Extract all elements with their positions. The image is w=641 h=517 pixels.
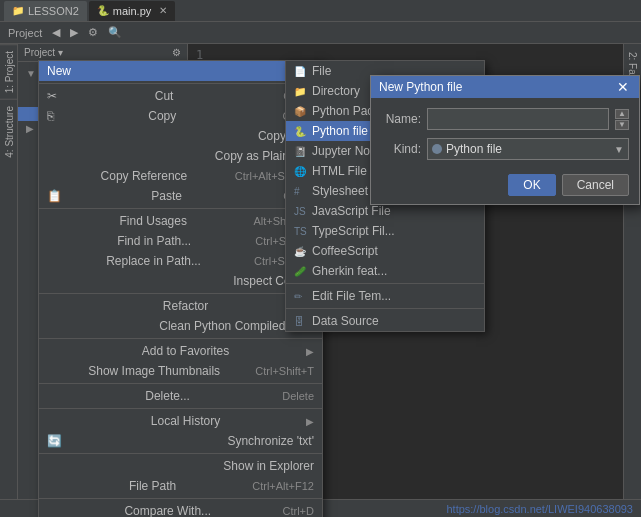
menu-item-find-usages[interactable]: Find Usages Alt+Shift+F7 bbox=[39, 211, 322, 231]
mainpy-file-icon: 🐍 bbox=[97, 5, 109, 16]
arrow-icon: ▼ bbox=[26, 68, 36, 79]
menu-item-label: Delete... bbox=[145, 389, 190, 403]
coffee-icon: ☕ bbox=[294, 246, 308, 257]
menu-separator bbox=[39, 83, 322, 84]
toolbar-back[interactable]: ◀ bbox=[48, 25, 64, 40]
mainpy-tab-label: main.py bbox=[113, 5, 152, 17]
dialog-buttons: OK Cancel bbox=[381, 170, 629, 196]
dialog-title: New Python file bbox=[379, 80, 462, 94]
submenu-item-label: Gherkin feat... bbox=[312, 264, 387, 278]
edit-icon: ✏ bbox=[294, 291, 308, 302]
menu-item-shortcut: Ctrl+D bbox=[283, 505, 314, 517]
lesson2-tab[interactable]: 📁 LESSON2 bbox=[4, 1, 87, 21]
dialog-name-arrows: ▲ ▼ bbox=[615, 109, 629, 130]
menu-item-favorites[interactable]: Add to Favorites ▶ bbox=[39, 341, 322, 361]
submenu-item-label: Directory bbox=[312, 84, 360, 98]
menu-item-compare[interactable]: Compare With... Ctrl+D bbox=[39, 501, 322, 517]
menu-item-cut[interactable]: ✂ Cut Ctrl+X bbox=[39, 86, 322, 106]
menu-item-paste[interactable]: 📋 Paste Ctrl+V bbox=[39, 186, 322, 206]
submenu-item-label: CoffeeScript bbox=[312, 244, 378, 258]
dialog-arrow-up[interactable]: ▲ bbox=[615, 109, 629, 119]
menu-separator bbox=[39, 383, 322, 384]
dialog-cancel-button[interactable]: Cancel bbox=[562, 174, 629, 196]
dialog-name-input[interactable] bbox=[427, 108, 609, 130]
menu-separator bbox=[39, 293, 322, 294]
py-dot-icon bbox=[432, 144, 442, 154]
menu-item-shortcut: Delete bbox=[282, 390, 314, 402]
menu-item-inspect[interactable]: Inspect Code... bbox=[39, 271, 322, 291]
status-url: https://blog.csdn.net/LIWEI940638093 bbox=[446, 503, 633, 515]
menu-item-clean[interactable]: Clean Python Compiled Files bbox=[39, 316, 322, 336]
sidebar-tab-structure[interactable]: 4: Structure bbox=[0, 99, 17, 164]
menu-item-synchronize[interactable]: 🔄 Synchronize 'txt' bbox=[39, 431, 322, 451]
menu-item-copy[interactable]: ⎘ Copy Ctrl+C bbox=[39, 106, 322, 126]
submenu-arrow-icon: ▶ bbox=[306, 346, 314, 357]
menu-item-delete[interactable]: Delete... Delete bbox=[39, 386, 322, 406]
submenu-item-edit-template[interactable]: ✏ Edit File Tem... bbox=[286, 286, 484, 306]
database-icon: 🗄 bbox=[294, 316, 308, 327]
dialog-titlebar: New Python file ✕ bbox=[371, 76, 639, 98]
submenu-item-ts[interactable]: TS TypeScript Fil... bbox=[286, 221, 484, 241]
dialog-kind-select[interactable]: Python file ▼ bbox=[427, 138, 629, 160]
menu-item-copy-plain[interactable]: Copy as Plain Text bbox=[39, 146, 322, 166]
submenu-item-datasource[interactable]: 🗄 Data Source bbox=[286, 311, 484, 331]
folder-icon: 📁 bbox=[294, 86, 308, 97]
menu-separator bbox=[39, 408, 322, 409]
dialog-arrow-down[interactable]: ▼ bbox=[615, 120, 629, 130]
submenu-item-label: File bbox=[312, 64, 331, 78]
html-icon: 🌐 bbox=[294, 166, 308, 177]
menu-item-label: Paste bbox=[151, 189, 182, 203]
dialog-name-row: Name: ▲ ▼ bbox=[381, 108, 629, 130]
js-icon: JS bbox=[294, 206, 308, 217]
menu-item-new[interactable]: New ▶ bbox=[39, 61, 322, 81]
menu-item-history[interactable]: Local History ▶ bbox=[39, 411, 322, 431]
project-dropdown[interactable]: Project bbox=[4, 26, 46, 40]
menu-item-label: New bbox=[47, 64, 71, 78]
dialog-name-label: Name: bbox=[381, 112, 421, 126]
menu-item-label: Copy bbox=[148, 109, 176, 123]
menu-item-label: Compare With... bbox=[124, 504, 211, 517]
tab-close-icon[interactable]: ✕ bbox=[159, 5, 167, 16]
menu-item-label: Local History bbox=[151, 414, 220, 428]
jupyter-icon: 📓 bbox=[294, 146, 308, 157]
toolbar-settings[interactable]: ⚙ bbox=[84, 25, 102, 40]
dialog-ok-button[interactable]: OK bbox=[508, 174, 555, 196]
menu-separator bbox=[39, 453, 322, 454]
toolbar-forward[interactable]: ▶ bbox=[66, 25, 82, 40]
submenu-item-label: TypeScript Fil... bbox=[312, 224, 395, 238]
menu-item-label: Show Image Thumbnails bbox=[88, 364, 220, 378]
menu-item-icon: ✂ bbox=[47, 89, 57, 103]
submenu-item-label: Data Source bbox=[312, 314, 379, 328]
submenu-item-label: Edit File Tem... bbox=[312, 289, 391, 303]
py-package-icon: 📦 bbox=[294, 106, 308, 117]
panel-gear-icon[interactable]: ⚙ bbox=[172, 47, 181, 58]
submenu-item-coffee[interactable]: ☕ CoffeeScript bbox=[286, 241, 484, 261]
menu-item-show-explorer[interactable]: Show in Explorer bbox=[39, 456, 322, 476]
ts-icon: TS bbox=[294, 226, 308, 237]
menu-item-label: Refactor bbox=[163, 299, 208, 313]
menu-item-find-path[interactable]: Find in Path... Ctrl+Shift+F bbox=[39, 231, 322, 251]
menu-item-refactor[interactable]: Refactor ▶ bbox=[39, 296, 322, 316]
menu-item-label: Find in Path... bbox=[117, 234, 191, 248]
menu-separator bbox=[39, 338, 322, 339]
menu-item-label: Replace in Path... bbox=[106, 254, 201, 268]
mainpy-tab[interactable]: 🐍 main.py ✕ bbox=[89, 1, 176, 21]
dialog-close-button[interactable]: ✕ bbox=[615, 80, 631, 94]
submenu-item-gherkin[interactable]: 🥒 Gherkin feat... bbox=[286, 261, 484, 281]
dropdown-arrow-icon: ▼ bbox=[614, 144, 624, 155]
menu-item-copy-ref[interactable]: Copy Reference Ctrl+Alt+Shift+C bbox=[39, 166, 322, 186]
top-tab-bar: 📁 LESSON2 🐍 main.py ✕ bbox=[0, 0, 641, 22]
css-icon: # bbox=[294, 186, 308, 197]
menu-item-icon: ⎘ bbox=[47, 109, 54, 123]
kind-value-label: Python file bbox=[446, 142, 502, 156]
menu-item-label: Add to Favorites bbox=[142, 344, 229, 358]
menu-item-file-path[interactable]: File Path Ctrl+Alt+F12 bbox=[39, 476, 322, 496]
menu-item-replace-path[interactable]: Replace in Path... Ctrl+Shift+R bbox=[39, 251, 322, 271]
menu-item-label: Show in Explorer bbox=[223, 459, 314, 473]
menu-item-thumbnails[interactable]: Show Image Thumbnails Ctrl+Shift+T bbox=[39, 361, 322, 381]
menu-item-copy-path[interactable]: Copy Path bbox=[39, 126, 322, 146]
toolbar-search[interactable]: 🔍 bbox=[104, 25, 126, 40]
sidebar-tab-project[interactable]: 1: Project bbox=[0, 44, 17, 99]
menu-separator bbox=[39, 498, 322, 499]
dialog-kind-row: Kind: Python file ▼ bbox=[381, 138, 629, 160]
